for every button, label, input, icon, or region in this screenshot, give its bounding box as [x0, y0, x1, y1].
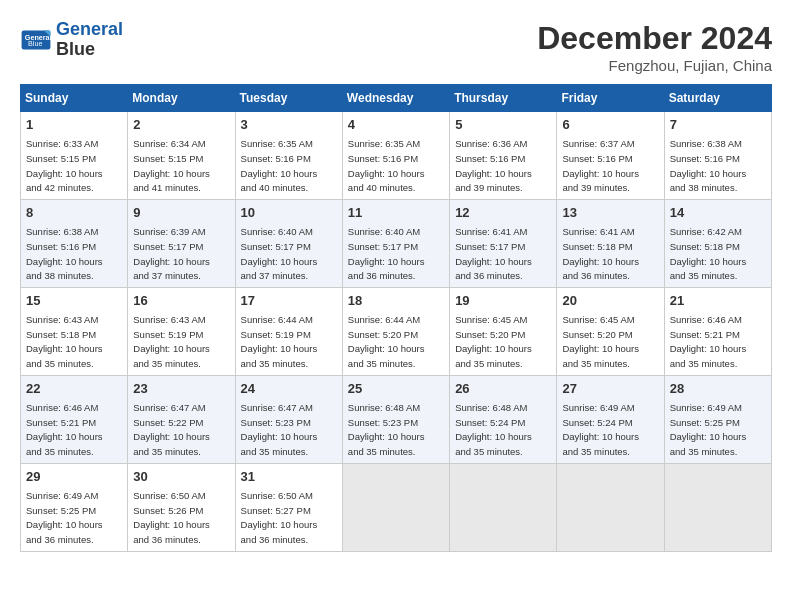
title-block: December 2024 Fengzhou, Fujian, China	[537, 20, 772, 74]
day-info: Sunrise: 6:39 AMSunset: 5:17 PMDaylight:…	[133, 226, 210, 281]
day-number: 18	[348, 292, 444, 310]
day-number: 21	[670, 292, 766, 310]
calendar-day-2: 2 Sunrise: 6:34 AMSunset: 5:15 PMDayligh…	[128, 112, 235, 200]
calendar-week-2: 8 Sunrise: 6:38 AMSunset: 5:16 PMDayligh…	[21, 199, 772, 287]
day-number: 22	[26, 380, 122, 398]
calendar-day-25: 25 Sunrise: 6:48 AMSunset: 5:23 PMDaylig…	[342, 375, 449, 463]
day-number: 16	[133, 292, 229, 310]
calendar-week-3: 15 Sunrise: 6:43 AMSunset: 5:18 PMDaylig…	[21, 287, 772, 375]
day-info: Sunrise: 6:49 AMSunset: 5:24 PMDaylight:…	[562, 402, 639, 457]
page-header: General Blue GeneralBlue December 2024 F…	[20, 20, 772, 74]
day-number: 24	[241, 380, 337, 398]
day-info: Sunrise: 6:40 AMSunset: 5:17 PMDaylight:…	[348, 226, 425, 281]
day-number: 8	[26, 204, 122, 222]
day-number: 20	[562, 292, 658, 310]
day-info: Sunrise: 6:49 AMSunset: 5:25 PMDaylight:…	[26, 490, 103, 545]
day-info: Sunrise: 6:48 AMSunset: 5:24 PMDaylight:…	[455, 402, 532, 457]
day-info: Sunrise: 6:36 AMSunset: 5:16 PMDaylight:…	[455, 138, 532, 193]
calendar-day-21: 21 Sunrise: 6:46 AMSunset: 5:21 PMDaylig…	[664, 287, 771, 375]
month-title: December 2024	[537, 20, 772, 57]
weekday-header-friday: Friday	[557, 85, 664, 112]
day-number: 28	[670, 380, 766, 398]
day-number: 6	[562, 116, 658, 134]
calendar-day-20: 20 Sunrise: 6:45 AMSunset: 5:20 PMDaylig…	[557, 287, 664, 375]
day-number: 19	[455, 292, 551, 310]
day-info: Sunrise: 6:38 AMSunset: 5:16 PMDaylight:…	[670, 138, 747, 193]
day-info: Sunrise: 6:34 AMSunset: 5:15 PMDaylight:…	[133, 138, 210, 193]
day-number: 10	[241, 204, 337, 222]
calendar-day-29: 29 Sunrise: 6:49 AMSunset: 5:25 PMDaylig…	[21, 463, 128, 551]
calendar-day-8: 8 Sunrise: 6:38 AMSunset: 5:16 PMDayligh…	[21, 199, 128, 287]
calendar-day-15: 15 Sunrise: 6:43 AMSunset: 5:18 PMDaylig…	[21, 287, 128, 375]
day-number: 1	[26, 116, 122, 134]
logo: General Blue GeneralBlue	[20, 20, 123, 60]
logo-text: GeneralBlue	[56, 20, 123, 60]
day-info: Sunrise: 6:37 AMSunset: 5:16 PMDaylight:…	[562, 138, 639, 193]
day-number: 30	[133, 468, 229, 486]
logo-icon: General Blue	[20, 24, 52, 56]
calendar-day-5: 5 Sunrise: 6:36 AMSunset: 5:16 PMDayligh…	[450, 112, 557, 200]
weekday-header-tuesday: Tuesday	[235, 85, 342, 112]
day-info: Sunrise: 6:44 AMSunset: 5:19 PMDaylight:…	[241, 314, 318, 369]
day-number: 31	[241, 468, 337, 486]
calendar-empty	[664, 463, 771, 551]
calendar-day-23: 23 Sunrise: 6:47 AMSunset: 5:22 PMDaylig…	[128, 375, 235, 463]
calendar-day-28: 28 Sunrise: 6:49 AMSunset: 5:25 PMDaylig…	[664, 375, 771, 463]
calendar-day-22: 22 Sunrise: 6:46 AMSunset: 5:21 PMDaylig…	[21, 375, 128, 463]
calendar-day-7: 7 Sunrise: 6:38 AMSunset: 5:16 PMDayligh…	[664, 112, 771, 200]
day-info: Sunrise: 6:42 AMSunset: 5:18 PMDaylight:…	[670, 226, 747, 281]
calendar-week-4: 22 Sunrise: 6:46 AMSunset: 5:21 PMDaylig…	[21, 375, 772, 463]
calendar-day-18: 18 Sunrise: 6:44 AMSunset: 5:20 PMDaylig…	[342, 287, 449, 375]
calendar-table: SundayMondayTuesdayWednesdayThursdayFrid…	[20, 84, 772, 552]
calendar-week-5: 29 Sunrise: 6:49 AMSunset: 5:25 PMDaylig…	[21, 463, 772, 551]
calendar-day-17: 17 Sunrise: 6:44 AMSunset: 5:19 PMDaylig…	[235, 287, 342, 375]
day-info: Sunrise: 6:41 AMSunset: 5:17 PMDaylight:…	[455, 226, 532, 281]
calendar-day-30: 30 Sunrise: 6:50 AMSunset: 5:26 PMDaylig…	[128, 463, 235, 551]
weekday-header-monday: Monday	[128, 85, 235, 112]
calendar-day-26: 26 Sunrise: 6:48 AMSunset: 5:24 PMDaylig…	[450, 375, 557, 463]
weekday-header-saturday: Saturday	[664, 85, 771, 112]
weekday-header-sunday: Sunday	[21, 85, 128, 112]
calendar-day-1: 1 Sunrise: 6:33 AMSunset: 5:15 PMDayligh…	[21, 112, 128, 200]
day-info: Sunrise: 6:47 AMSunset: 5:23 PMDaylight:…	[241, 402, 318, 457]
day-info: Sunrise: 6:47 AMSunset: 5:22 PMDaylight:…	[133, 402, 210, 457]
calendar-empty	[342, 463, 449, 551]
calendar-day-27: 27 Sunrise: 6:49 AMSunset: 5:24 PMDaylig…	[557, 375, 664, 463]
day-info: Sunrise: 6:46 AMSunset: 5:21 PMDaylight:…	[670, 314, 747, 369]
day-info: Sunrise: 6:49 AMSunset: 5:25 PMDaylight:…	[670, 402, 747, 457]
day-info: Sunrise: 6:35 AMSunset: 5:16 PMDaylight:…	[348, 138, 425, 193]
day-number: 15	[26, 292, 122, 310]
day-info: Sunrise: 6:46 AMSunset: 5:21 PMDaylight:…	[26, 402, 103, 457]
calendar-day-24: 24 Sunrise: 6:47 AMSunset: 5:23 PMDaylig…	[235, 375, 342, 463]
calendar-day-10: 10 Sunrise: 6:40 AMSunset: 5:17 PMDaylig…	[235, 199, 342, 287]
calendar-empty	[557, 463, 664, 551]
day-info: Sunrise: 6:38 AMSunset: 5:16 PMDaylight:…	[26, 226, 103, 281]
calendar-day-4: 4 Sunrise: 6:35 AMSunset: 5:16 PMDayligh…	[342, 112, 449, 200]
weekday-header-wednesday: Wednesday	[342, 85, 449, 112]
svg-text:Blue: Blue	[28, 39, 42, 48]
day-info: Sunrise: 6:43 AMSunset: 5:19 PMDaylight:…	[133, 314, 210, 369]
day-number: 12	[455, 204, 551, 222]
day-number: 7	[670, 116, 766, 134]
day-number: 23	[133, 380, 229, 398]
day-number: 5	[455, 116, 551, 134]
day-info: Sunrise: 6:50 AMSunset: 5:26 PMDaylight:…	[133, 490, 210, 545]
calendar-day-31: 31 Sunrise: 6:50 AMSunset: 5:27 PMDaylig…	[235, 463, 342, 551]
calendar-day-12: 12 Sunrise: 6:41 AMSunset: 5:17 PMDaylig…	[450, 199, 557, 287]
day-number: 29	[26, 468, 122, 486]
day-info: Sunrise: 6:48 AMSunset: 5:23 PMDaylight:…	[348, 402, 425, 457]
day-number: 13	[562, 204, 658, 222]
day-number: 2	[133, 116, 229, 134]
day-info: Sunrise: 6:41 AMSunset: 5:18 PMDaylight:…	[562, 226, 639, 281]
day-number: 17	[241, 292, 337, 310]
calendar-day-13: 13 Sunrise: 6:41 AMSunset: 5:18 PMDaylig…	[557, 199, 664, 287]
calendar-day-14: 14 Sunrise: 6:42 AMSunset: 5:18 PMDaylig…	[664, 199, 771, 287]
day-number: 9	[133, 204, 229, 222]
weekday-header-row: SundayMondayTuesdayWednesdayThursdayFrid…	[21, 85, 772, 112]
day-number: 11	[348, 204, 444, 222]
calendar-week-1: 1 Sunrise: 6:33 AMSunset: 5:15 PMDayligh…	[21, 112, 772, 200]
calendar-empty	[450, 463, 557, 551]
day-number: 14	[670, 204, 766, 222]
day-info: Sunrise: 6:43 AMSunset: 5:18 PMDaylight:…	[26, 314, 103, 369]
weekday-header-thursday: Thursday	[450, 85, 557, 112]
